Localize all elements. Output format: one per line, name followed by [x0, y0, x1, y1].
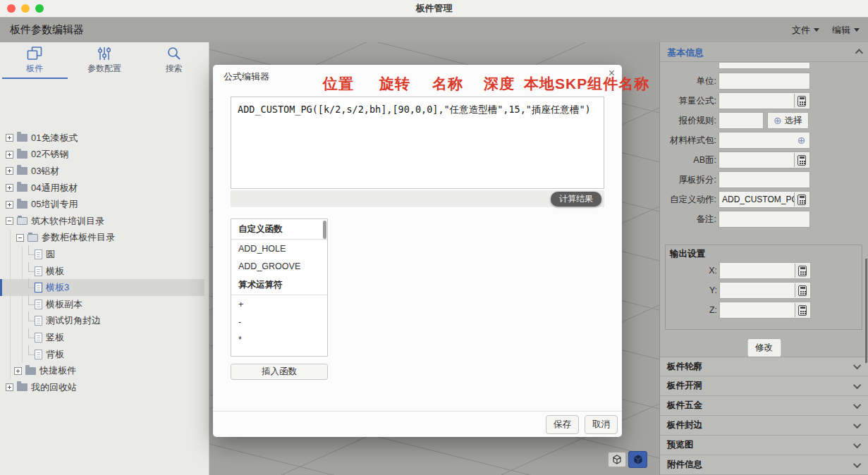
formula-input[interactable]: ADD_CUSTOM_PG([k/2,s/2,bh],[90,0,0],"任意造… — [231, 97, 604, 189]
custom-action-input[interactable]: ADD_CUSTOM_PG( — [719, 191, 810, 208]
modify-button[interactable]: 修改 — [747, 338, 781, 357]
function-list-item[interactable]: + — [231, 295, 327, 313]
quote-rule-input[interactable] — [719, 112, 764, 129]
search-icon — [166, 47, 182, 61]
field-x: X: — [666, 262, 862, 279]
z-input[interactable] — [719, 302, 811, 319]
collapse-icon[interactable] — [16, 234, 24, 242]
tree-item[interactable]: 02不锈钢 — [0, 147, 204, 164]
tree-connector — [28, 295, 35, 305]
tree-item[interactable]: 我的回收站 — [0, 379, 204, 396]
menubar: 板件参数编辑器 文件 编辑 — [0, 18, 868, 42]
save-button[interactable]: 保存 — [546, 415, 579, 434]
tree-item[interactable]: 04通用板材 — [0, 180, 204, 197]
unit-input[interactable] — [719, 73, 810, 90]
basic-info-section-header[interactable]: 基本信息 — [660, 44, 868, 62]
ab-face-input[interactable] — [719, 152, 810, 168]
tree-item[interactable]: 横板 — [0, 263, 204, 280]
tree-item[interactable]: 03铝材 — [0, 163, 204, 180]
choose-button[interactable]: ⊕ 选择 — [767, 112, 809, 129]
basic-info-fields: 单位: 算量公式: 报价规则: ⊕ 选择 材料样式包: ⊕ — [660, 73, 868, 230]
field-custom-action: 自定义动作: ADD_CUSTOM_PG( — [660, 191, 868, 208]
section-panel-hardware[interactable]: 板件五金 — [660, 396, 868, 416]
close-icon[interactable]: × — [609, 67, 615, 80]
section-preview[interactable]: 预览图 — [660, 436, 868, 455]
expand-icon[interactable] — [14, 367, 22, 375]
expand-icon[interactable] — [6, 167, 13, 175]
field-material-style: 材料样式包: ⊕ — [660, 132, 868, 149]
function-list-item[interactable]: ADD_HOLE — [231, 240, 327, 257]
tree-item-selected[interactable]: 横板3 — [0, 279, 204, 296]
calculator-icon[interactable] — [794, 192, 809, 206]
tree-item[interactable]: 横板副本 — [0, 296, 204, 313]
tab-parameter-config[interactable]: 参数配置 — [70, 42, 140, 79]
app-window: 板件管理 板件参数编辑器 文件 编辑 板件 — [0, 0, 868, 475]
calculator-icon[interactable] — [794, 153, 809, 167]
function-list: 自定义函数 ADD_HOLE ADD_GROOVE 算术运算符 + - * — [231, 218, 328, 357]
section-panel-holes[interactable]: 板件开洞 — [660, 376, 868, 396]
document-icon — [35, 333, 42, 343]
titlebar: 板件管理 — [0, 0, 868, 18]
quantity-formula-input[interactable] — [719, 92, 810, 109]
panel-scrollbar[interactable] — [865, 259, 867, 363]
expand-icon[interactable] — [6, 134, 13, 142]
function-list-header: 算术运算符 — [231, 275, 327, 295]
field-thick-split: 厚板拆分: — [660, 171, 868, 188]
panel-tree: 01免漆板式 02不锈钢 03铝材 04通用板材 05培训专用 筑木软件培训目录… — [0, 130, 204, 396]
expand-icon[interactable] — [6, 201, 13, 209]
menu-file[interactable]: 文件 — [792, 24, 819, 37]
tree-item[interactable]: 05培训专用 — [0, 196, 204, 213]
calculate-result-button[interactable]: 计算结果 — [551, 192, 601, 206]
cancel-button[interactable]: 取消 — [585, 415, 618, 434]
output-settings-group: 输出设置 X: Y: Z: — [665, 245, 862, 330]
folder-icon — [17, 184, 27, 192]
function-list-item[interactable]: - — [231, 313, 327, 331]
thick-split-input[interactable] — [719, 171, 810, 188]
tree-item[interactable]: 背板 — [0, 346, 204, 363]
tab-search[interactable]: 搜索 — [139, 42, 209, 79]
function-list-item[interactable]: ADD_GROOVE — [231, 257, 327, 275]
list-scrollbar[interactable] — [323, 221, 326, 239]
tree-item[interactable]: 快捷板件 — [0, 362, 204, 379]
view-mode-wireframe-button[interactable] — [608, 452, 626, 467]
field-ab-face: AB面: — [660, 152, 868, 168]
section-panel-edging[interactable]: 板件封边 — [660, 416, 868, 436]
tree-item[interactable]: 圆 — [0, 246, 204, 263]
tree-connector — [28, 262, 35, 272]
chevron-down-icon — [814, 28, 819, 32]
menu-edit[interactable]: 编辑 — [832, 24, 860, 37]
cube-outline-icon — [611, 454, 623, 465]
open-folder-icon — [17, 217, 27, 225]
tree-item[interactable]: 筑木软件培训目录 — [0, 213, 204, 230]
calculator-icon[interactable] — [795, 283, 809, 297]
insert-function-button[interactable]: 插入函数 — [231, 364, 328, 380]
x-input[interactable] — [719, 262, 811, 279]
function-list-item[interactable]: * — [231, 331, 327, 348]
tab-panels[interactable]: 板件 — [0, 42, 70, 79]
tree-connector — [28, 245, 35, 255]
tree-connector — [28, 278, 35, 288]
chevron-down-icon — [853, 420, 861, 428]
tree-item[interactable]: 测试切角封边 — [0, 313, 204, 330]
calculator-icon[interactable] — [795, 264, 809, 278]
y-input[interactable] — [719, 282, 811, 299]
section-panel-outline[interactable]: 板件轮廓 — [660, 357, 868, 376]
view-mode-solid-button[interactable] — [628, 451, 647, 468]
plus-circle-icon[interactable]: ⊕ — [794, 133, 809, 147]
field-y: Y: — [666, 282, 862, 299]
chevron-up-icon — [855, 49, 863, 56]
collapse-icon[interactable] — [6, 217, 13, 225]
calculator-icon[interactable] — [795, 303, 809, 317]
material-style-input[interactable]: ⊕ — [719, 132, 810, 149]
calculator-icon[interactable] — [794, 94, 809, 108]
section-attachments[interactable]: 附件信息 — [660, 455, 868, 475]
expand-icon[interactable] — [6, 383, 13, 391]
tree-item[interactable]: 参数柜体板件目录 — [0, 230, 204, 247]
folder-icon — [25, 367, 36, 375]
expand-icon[interactable] — [6, 151, 13, 159]
expand-icon[interactable] — [6, 184, 13, 192]
folder-icon — [17, 201, 27, 209]
tree-item[interactable]: 01免漆板式 — [0, 130, 204, 147]
tree-item[interactable]: 竖板 — [0, 329, 204, 346]
remark-input[interactable] — [719, 211, 810, 228]
